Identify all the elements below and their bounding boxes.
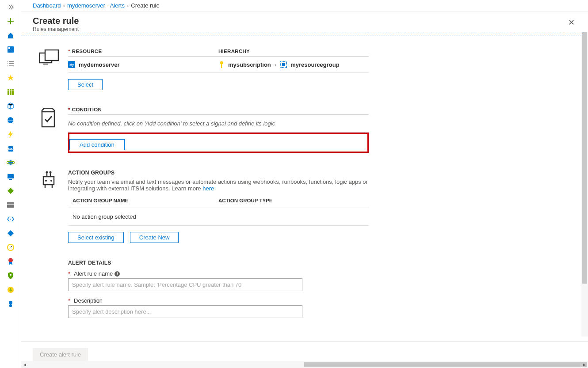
dashboard-icon[interactable]	[0, 42, 21, 57]
globe-icon[interactable]	[0, 113, 21, 127]
svg-rect-10	[12, 93, 14, 95]
svg-point-41	[46, 171, 48, 174]
svg-text:My: My	[69, 63, 74, 67]
svg-rect-17	[9, 179, 12, 180]
action-groups-desc: Notify your team via email and text mess…	[68, 178, 369, 192]
condition-hint: No condition defined, click on 'Add cond…	[68, 115, 369, 133]
svg-rect-30	[43, 64, 48, 64]
expand-icon[interactable]	[0, 0, 21, 14]
svg-text:SQL: SQL	[8, 148, 13, 150]
vertical-scrollbar[interactable]	[581, 32, 588, 337]
svg-point-22	[8, 258, 13, 262]
sql-icon[interactable]: SQL	[0, 141, 21, 156]
alert-rule-name-input[interactable]	[68, 278, 302, 291]
svg-point-20	[10, 219, 11, 220]
svg-point-23	[10, 274, 11, 276]
planet-icon[interactable]	[0, 156, 21, 170]
svg-rect-9	[10, 93, 11, 95]
breadcrumb-alerts[interactable]: mydemoserver - Alerts	[67, 2, 125, 9]
monitor-icon[interactable]	[0, 170, 21, 184]
resource-label: RESOURCE	[72, 49, 102, 54]
page-subtitle: Rules management	[33, 26, 79, 32]
action-groups-title: ACTION GROUPS	[68, 170, 369, 176]
card-icon[interactable]	[0, 198, 21, 212]
svg-rect-8	[8, 93, 9, 95]
svg-rect-29	[45, 50, 58, 61]
svg-rect-27	[9, 304, 12, 307]
create-alert-rule-button[interactable]: Create alert rule	[33, 348, 88, 361]
cube-icon[interactable]	[0, 99, 21, 113]
home-icon[interactable]	[0, 28, 21, 42]
action-groups-icon	[39, 170, 68, 243]
add-icon[interactable]	[0, 14, 21, 28]
svg-point-33	[220, 61, 223, 64]
key-icon	[218, 61, 225, 68]
alert-description-input[interactable]	[68, 305, 302, 318]
hierarchy-label: HIERARCHY	[218, 49, 369, 54]
action-group-empty: No action group selected	[68, 208, 369, 226]
alert-description-label: Description	[74, 297, 103, 304]
svg-point-26	[9, 301, 12, 304]
diamond-green-icon[interactable]	[0, 184, 21, 198]
svg-point-39	[45, 180, 47, 182]
close-icon[interactable]: ✕	[566, 16, 577, 29]
col-action-group-name: ACTION GROUP NAME	[73, 198, 218, 203]
resource-group-icon	[280, 61, 287, 68]
alert-details-title: ALERT DETAILS	[68, 260, 369, 266]
info-icon[interactable]: i	[115, 271, 120, 277]
cost-icon[interactable]: $	[0, 283, 21, 297]
svg-rect-18	[7, 202, 14, 208]
support-icon[interactable]	[0, 297, 21, 311]
select-resource-button[interactable]: Select	[68, 79, 103, 90]
resource-name: mydemoserver	[79, 61, 120, 68]
condition-icon	[39, 107, 68, 153]
breadcrumb: Dashboard › mydemoserver - Alerts › Crea…	[21, 0, 588, 11]
breadcrumb-dashboard[interactable]: Dashboard	[33, 2, 61, 9]
horizontal-scrollbar[interactable]: ◄ ►	[21, 361, 588, 368]
diamond-blue-icon[interactable]	[0, 226, 21, 240]
create-new-button[interactable]: Create New	[130, 232, 179, 243]
svg-text:$: $	[9, 288, 11, 292]
svg-rect-37	[42, 112, 54, 127]
svg-point-40	[50, 180, 52, 182]
brackets-icon[interactable]	[0, 212, 21, 226]
grid-icon[interactable]	[0, 85, 21, 99]
subscription-name: mysubscription	[228, 61, 271, 68]
resource-group-name: myresourcegroup	[290, 61, 340, 68]
svg-rect-4	[12, 89, 14, 91]
svg-rect-16	[8, 174, 14, 178]
svg-rect-34	[221, 64, 222, 68]
page-title: Create rule	[33, 16, 79, 26]
mysql-server-icon: My	[68, 61, 75, 68]
svg-rect-5	[8, 91, 9, 93]
condition-label: CONDITION	[72, 107, 102, 112]
svg-rect-7	[12, 91, 14, 93]
add-condition-button[interactable]: Add condition	[69, 139, 125, 150]
svg-rect-36	[282, 63, 285, 66]
learn-more-link[interactable]: here	[202, 185, 214, 192]
svg-rect-2	[8, 89, 9, 91]
badge-icon[interactable]	[0, 254, 21, 269]
list-icon[interactable]	[0, 57, 21, 71]
svg-rect-6	[10, 91, 11, 93]
breadcrumb-current: Create rule	[131, 2, 159, 9]
svg-rect-1	[8, 47, 10, 49]
select-existing-button[interactable]: Select existing	[68, 232, 124, 243]
svg-rect-38	[43, 177, 54, 185]
resource-icon	[39, 49, 68, 90]
star-icon[interactable]	[0, 71, 21, 85]
svg-rect-19	[7, 204, 14, 205]
bolt-icon[interactable]	[0, 127, 21, 141]
alert-rule-name-label: Alert rule name	[74, 270, 113, 277]
svg-rect-3	[10, 89, 11, 91]
shield-icon[interactable]	[0, 269, 21, 283]
gauge-icon[interactable]	[0, 240, 21, 254]
svg-point-42	[50, 171, 52, 174]
col-action-group-type: ACTION GROUP TYPE	[218, 198, 364, 203]
